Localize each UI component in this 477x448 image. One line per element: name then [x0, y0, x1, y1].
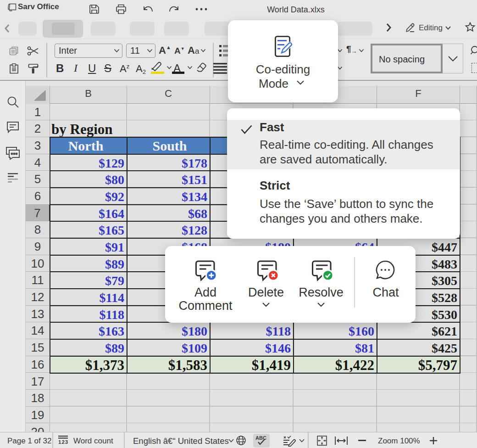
svg-text:123: 123 — [58, 439, 68, 445]
